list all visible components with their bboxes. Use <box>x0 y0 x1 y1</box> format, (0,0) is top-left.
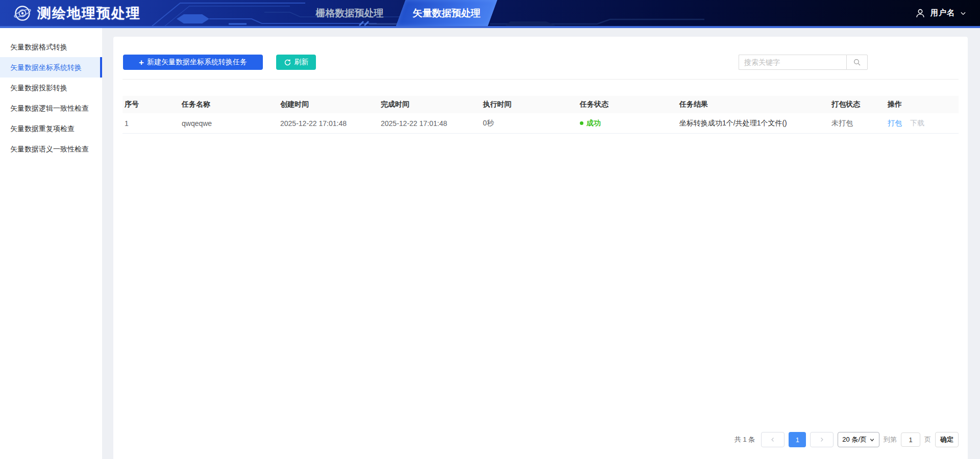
pagination-page-1[interactable]: 1 <box>789 432 806 447</box>
cell-pack-status: 未打包 <box>829 119 886 128</box>
user-menu[interactable]: 用户名 <box>915 0 967 26</box>
pagination-next-button[interactable] <box>810 432 834 447</box>
globe-orbit-logo-icon <box>13 4 32 22</box>
cell-index: 1 <box>122 119 180 128</box>
new-task-button-label: 新建矢量数据坐标系统转换任务 <box>147 58 247 67</box>
tab-vector-preprocessing[interactable]: 矢量数据预处理 <box>401 0 493 26</box>
refresh-icon <box>284 59 291 66</box>
sidebar-item-semantic-consistency-check[interactable]: 矢量数据语义一致性检查 <box>0 139 102 159</box>
select-chevron-down-icon <box>869 437 875 443</box>
chevron-left-icon <box>770 437 776 443</box>
app-title: 测绘地理预处理 <box>37 4 141 22</box>
search-group <box>739 55 868 70</box>
sidebar-item-projection-conversion[interactable]: 矢量数据投影转换 <box>0 78 102 98</box>
app-header: 测绘地理预处理 栅格数据预处理 矢量数据预处理 用户名 <box>0 0 980 28</box>
cell-actions: 打包 下载 <box>886 119 959 128</box>
sidebar: 矢量数据格式转换 矢量数据坐标系统转换 矢量数据投影转换 矢量数据逻辑一致性检查… <box>0 28 102 459</box>
top-nav-tabs: 栅格数据预处理 矢量数据预处理 <box>299 0 493 26</box>
table-row: 1 qwqeqwe 2025-12-22 17:01:48 2025-12-22… <box>122 113 959 134</box>
column-header-index: 序号 <box>122 100 180 109</box>
column-header-pack-status: 打包状态 <box>829 100 886 109</box>
plus-icon: + <box>139 58 144 67</box>
sidebar-item-coordinate-system-conversion[interactable]: 矢量数据坐标系统转换 <box>0 57 102 78</box>
user-icon <box>915 8 926 19</box>
cell-exec-time: 0秒 <box>481 119 578 128</box>
task-table: 序号 任务名称 创建时间 完成时间 执行时间 任务状态 任务结果 打包状态 操作… <box>122 96 959 134</box>
refresh-button-label: 刷新 <box>295 58 309 67</box>
column-header-created-time: 创建时间 <box>278 100 379 109</box>
page-size-value: 20 条/页 <box>842 435 867 444</box>
refresh-button[interactable]: 刷新 <box>276 55 316 70</box>
table-header-row: 序号 任务名称 创建时间 完成时间 执行时间 任务状态 任务结果 打包状态 操作 <box>122 96 959 113</box>
header-circuit-decoration-right <box>490 0 704 26</box>
new-task-button[interactable]: + 新建矢量数据坐标系统转换任务 <box>123 55 263 70</box>
page-size-select[interactable]: 20 条/页 <box>838 432 879 447</box>
column-header-finished-time: 完成时间 <box>379 100 481 109</box>
tab-raster-preprocessing[interactable]: 栅格数据预处理 <box>299 0 401 26</box>
column-header-actions: 操作 <box>886 100 959 109</box>
chevron-right-icon <box>819 437 825 443</box>
status-badge: 成功 <box>586 119 601 128</box>
tab-label: 矢量数据预处理 <box>413 8 481 18</box>
pack-link[interactable]: 打包 <box>888 119 902 127</box>
goto-page-suffix: 页 <box>924 435 931 444</box>
username-label: 用户名 <box>930 8 955 18</box>
status-success-dot <box>580 121 583 125</box>
content-card: + 新建矢量数据坐标系统转换任务 刷新 序号 任务名称 创建时间 完成时间 执行… <box>113 37 968 459</box>
chevron-down-icon <box>960 10 967 17</box>
pagination: 共 1 条 1 20 条/页 到第 页 确定 <box>734 432 959 447</box>
goto-page-prefix: 到第 <box>884 435 897 444</box>
toolbar-divider <box>122 79 959 80</box>
pagination-total: 共 1 条 <box>734 435 755 444</box>
sidebar-item-format-conversion[interactable]: 矢量数据格式转换 <box>0 37 102 57</box>
download-link[interactable]: 下载 <box>910 119 924 127</box>
sidebar-item-logical-consistency-check[interactable]: 矢量数据逻辑一致性检查 <box>0 98 102 118</box>
goto-confirm-button[interactable]: 确定 <box>935 432 959 447</box>
search-icon <box>853 58 861 66</box>
cell-task-result: 坐标转换成功1个/共处理1个文件() <box>677 119 829 128</box>
goto-page-input[interactable] <box>901 432 920 447</box>
column-header-task-name: 任务名称 <box>180 100 278 109</box>
cell-task-name: qwqeqwe <box>180 119 278 128</box>
search-button[interactable] <box>846 55 868 70</box>
cell-finished-time: 2025-12-22 17:01:48 <box>379 119 481 128</box>
column-header-task-result: 任务结果 <box>677 100 829 109</box>
tab-label: 栅格数据预处理 <box>316 8 384 18</box>
cell-task-status: 成功 <box>578 119 677 128</box>
column-header-task-status: 任务状态 <box>578 100 677 109</box>
sidebar-item-duplicate-check[interactable]: 矢量数据重复项检查 <box>0 118 102 139</box>
column-header-exec-time: 执行时间 <box>481 100 578 109</box>
cell-created-time: 2025-12-22 17:01:48 <box>278 119 379 128</box>
app-logo: 测绘地理预处理 <box>13 0 141 26</box>
search-input[interactable] <box>739 55 846 70</box>
pagination-prev-button[interactable] <box>761 432 785 447</box>
